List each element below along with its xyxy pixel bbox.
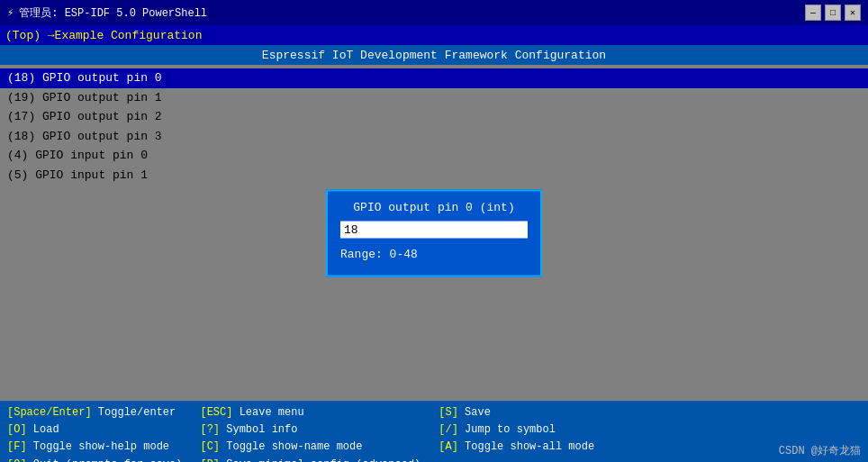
dialog-title: GPIO output pin 0 (int) <box>340 200 528 213</box>
status-key: [Q] <box>7 458 27 462</box>
status-left: [Space/Enter] Toggle/enter[O] Load[F] To… <box>7 404 594 462</box>
status-col-3: [S] Save[/] Jump to symbol[A] Toggle sho… <box>439 404 594 462</box>
status-col-1: [Space/Enter] Toggle/enter[O] Load[F] To… <box>7 404 182 462</box>
status-bar: [Space/Enter] Toggle/enter[O] Load[F] To… <box>0 401 868 462</box>
menu-item[interactable]: (4) GPIO input pin 0 <box>0 146 868 166</box>
status-row: [Q] Quit (prompts for save) <box>7 457 182 462</box>
status-key: [F] <box>7 440 27 453</box>
menu-item[interactable]: (19) GPIO output pin 1 <box>0 88 868 108</box>
status-key: [?] <box>200 423 220 436</box>
status-row: [?] Symbol info <box>200 421 420 439</box>
terminal: (Top) →Example Configuration Espressif I… <box>0 25 868 462</box>
breadcrumb: (Top) →Example Configuration <box>5 29 202 42</box>
status-val: Leave menu <box>232 406 303 419</box>
status-key: [Space/Enter] <box>7 406 92 419</box>
maximize-button[interactable]: □ <box>825 5 841 21</box>
status-row: [Space/Enter] Toggle/enter <box>7 404 182 421</box>
titlebar: ⚡ 管理员: ESP-IDF 5.0 PowerShell — □ ✕ <box>0 0 868 25</box>
status-row: [/] Jump to symbol <box>439 421 594 439</box>
status-val: Jump to symbol <box>458 423 556 436</box>
status-key: [A] <box>439 440 458 453</box>
status-key: [C] <box>200 440 220 453</box>
nav-bar: (Top) →Example Configuration <box>0 25 868 45</box>
titlebar-controls: — □ ✕ <box>805 5 861 21</box>
status-key: [S] <box>439 406 458 419</box>
status-val: Symbol info <box>220 423 297 436</box>
status-val: Toggle show-help mode <box>27 440 169 453</box>
status-key: [O] <box>7 423 27 436</box>
close-button[interactable]: ✕ <box>845 5 861 21</box>
status-row: [C] Toggle show-name mode <box>200 439 420 456</box>
menu-item[interactable]: (5) GPIO input pin 1 <box>0 166 868 186</box>
status-key: [D] <box>200 458 220 462</box>
status-val: Save <box>458 406 491 419</box>
menu-list: (18) GPIO output pin 0(19) GPIO output p… <box>0 68 868 185</box>
menu-area: (18) GPIO output pin 0(19) GPIO output p… <box>0 65 868 401</box>
status-val: Load <box>27 423 59 436</box>
header-title: Espressif IoT Development Framework Conf… <box>262 49 606 62</box>
menu-item[interactable]: (18) GPIO output pin 3 <box>0 127 868 147</box>
dialog-input[interactable] <box>340 221 528 238</box>
status-row: [A] Toggle show-all mode <box>439 439 594 456</box>
status-row: [D] Save minimal config (advanced) <box>200 457 420 462</box>
status-val: Save minimal config (advanced) <box>220 458 420 462</box>
status-val: Toggle/enter <box>92 406 176 419</box>
status-key: [ESC] <box>200 406 232 419</box>
status-row: [ESC] Leave menu <box>200 404 420 421</box>
status-col-2: [ESC] Leave menu[?] Symbol info[C] Toggl… <box>200 404 420 462</box>
app-icon: ⚡ <box>7 6 14 20</box>
watermark: CSDN @好奇龙猫 <box>779 443 861 458</box>
status-key: [/] <box>439 423 458 436</box>
dialog-box: GPIO output pin 0 (int) Range: 0-48 <box>326 189 542 276</box>
titlebar-left: ⚡ 管理员: ESP-IDF 5.0 PowerShell <box>7 5 207 21</box>
header-bar: Espressif IoT Development Framework Conf… <box>0 45 868 65</box>
minimize-button[interactable]: — <box>805 5 821 21</box>
dialog-input-wrap <box>340 221 528 238</box>
status-val: Toggle show-all mode <box>458 440 594 453</box>
menu-item[interactable]: (18) GPIO output pin 0 <box>0 68 868 88</box>
status-row: [O] Load <box>7 421 182 439</box>
status-row: [F] Toggle show-help mode <box>7 439 182 456</box>
menu-item[interactable]: (17) GPIO output pin 2 <box>0 107 868 127</box>
status-val: Quit (prompts for save) <box>27 458 183 462</box>
dialog-range: Range: 0-48 <box>340 247 528 260</box>
status-row: [S] Save <box>439 404 594 421</box>
status-val: Toggle show-name mode <box>220 440 362 453</box>
app-title: 管理员: ESP-IDF 5.0 PowerShell <box>19 5 207 21</box>
